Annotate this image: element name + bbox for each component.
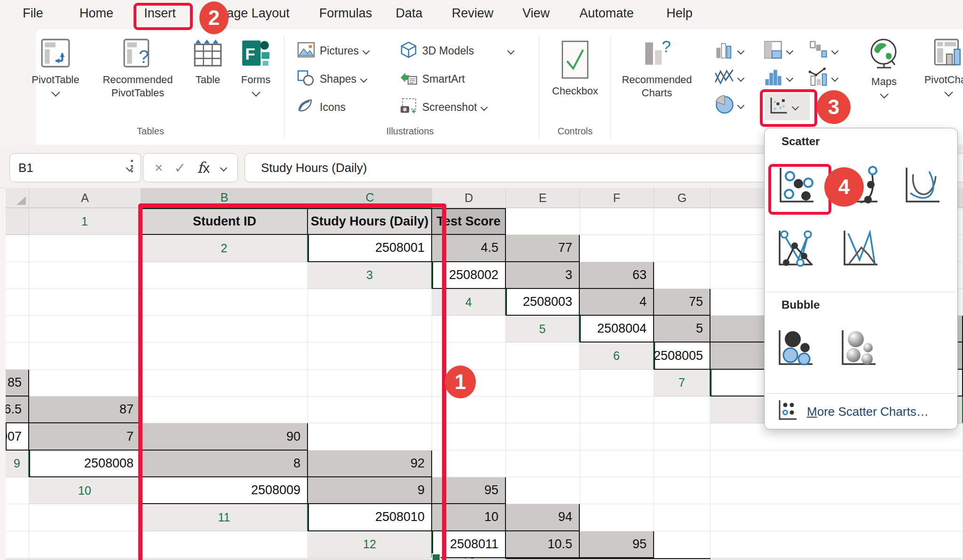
cell-empty[interactable] <box>710 451 963 477</box>
tab-formulas[interactable]: Formulas <box>319 6 372 21</box>
bubble-3d-option[interactable] <box>837 327 880 370</box>
cell-C12[interactable]: 95 <box>580 531 654 558</box>
tab-review[interactable]: Review <box>452 6 494 21</box>
cell-empty[interactable] <box>141 262 308 289</box>
cell-A12[interactable]: 2508011 <box>432 531 506 558</box>
cell-empty[interactable] <box>710 477 963 504</box>
cell-empty[interactable] <box>141 289 308 316</box>
row-header-3[interactable]: 3 <box>308 262 432 289</box>
tab-insert[interactable]: Insert <box>144 6 176 21</box>
row-header-10[interactable]: 10 <box>29 477 141 504</box>
enter-check-icon[interactable]: ✓ <box>174 160 186 176</box>
cell-empty[interactable] <box>654 235 710 262</box>
cell-empty[interactable] <box>580 477 654 504</box>
icons-button[interactable]: Icons <box>297 97 346 117</box>
cell-empty[interactable] <box>654 208 710 235</box>
cell-empty[interactable] <box>710 559 963 560</box>
cell-empty[interactable] <box>6 342 29 369</box>
cell-B9[interactable]: 8 <box>141 451 308 477</box>
cell-empty[interactable] <box>432 451 506 477</box>
row-header-2[interactable]: 2 <box>141 235 308 262</box>
chevron-down-icon[interactable] <box>220 164 228 171</box>
insert-function-icon[interactable]: fx <box>197 159 210 177</box>
cell-empty[interactable] <box>654 504 710 531</box>
bubble-option[interactable] <box>774 327 817 370</box>
column-header-D[interactable]: D <box>432 188 506 208</box>
cell-empty[interactable] <box>654 397 710 423</box>
shapes-button[interactable]: Shapes <box>297 69 366 89</box>
cell-empty[interactable] <box>29 370 141 397</box>
cell-empty[interactable] <box>654 531 710 558</box>
tab-data[interactable]: Data <box>395 6 422 21</box>
row-header-11[interactable]: 11 <box>141 504 308 531</box>
fill-handle[interactable] <box>432 553 441 560</box>
cell-empty[interactable] <box>580 370 654 397</box>
checkbox-button[interactable]: Checkbox <box>546 39 604 98</box>
row-header-5[interactable]: 5 <box>506 316 580 342</box>
recommended-pivottables-button[interactable]: ? Recommended PivotTables <box>89 38 186 100</box>
column-header-G[interactable]: G <box>654 188 710 208</box>
insert-pie-chart-button[interactable] <box>714 93 751 117</box>
cell-empty[interactable] <box>432 423 506 450</box>
cell-empty[interactable] <box>308 289 432 316</box>
cell-B1[interactable]: Study Hours (Daily) <box>308 208 432 235</box>
smartart-button[interactable]: SmartArt <box>400 69 465 89</box>
insert-statistic-chart-button[interactable] <box>763 66 800 90</box>
tab-view[interactable]: View <box>522 6 550 21</box>
cell-B10[interactable]: 9 <box>308 477 432 504</box>
cell-empty[interactable] <box>29 262 141 289</box>
cell-empty[interactable] <box>141 316 308 342</box>
row-header-9[interactable]: 9 <box>6 451 29 477</box>
scatter-smooth-lines-option[interactable] <box>901 164 944 207</box>
cell-B11[interactable]: 10 <box>432 504 506 531</box>
row-header-7[interactable]: 7 <box>654 370 710 397</box>
cell-B3[interactable]: 3 <box>506 262 580 289</box>
tab-help[interactable]: Help <box>666 6 693 21</box>
cell-A2[interactable]: 2508001 <box>308 235 432 262</box>
column-header-B[interactable]: B <box>141 188 308 208</box>
cell-empty[interactable] <box>141 397 308 423</box>
cell-B2[interactable]: 4.5 <box>432 235 506 262</box>
cell-empty[interactable] <box>432 397 506 423</box>
cell-empty[interactable] <box>506 342 580 369</box>
cell-B12[interactable]: 10.5 <box>506 531 580 558</box>
drag-handle-dots-icon[interactable] <box>131 160 133 172</box>
cell-A9[interactable]: 2508008 <box>29 451 141 477</box>
cell-C7[interactable]: 87 <box>29 397 141 423</box>
tab-page-layout[interactable]: Page Layout <box>218 6 290 21</box>
insert-combo-chart-button[interactable] <box>808 66 845 90</box>
scatter-option[interactable] <box>774 164 817 207</box>
cell-A8[interactable]: 2508007 <box>6 423 29 450</box>
cell-empty[interactable] <box>141 370 308 397</box>
cell-C11[interactable]: 94 <box>506 504 580 531</box>
column-header-E[interactable]: E <box>506 188 580 208</box>
cell-empty[interactable] <box>6 289 29 316</box>
cell-B4[interactable]: 4 <box>580 289 654 316</box>
cell-empty[interactable] <box>29 342 141 369</box>
scatter-straight-markers-option[interactable] <box>774 227 817 270</box>
cell-C8[interactable]: 90 <box>141 423 308 450</box>
cell-C2[interactable]: 77 <box>506 235 580 262</box>
table-button[interactable]: Table <box>184 38 231 86</box>
column-header-C[interactable]: C <box>308 188 432 208</box>
cell-empty[interactable] <box>506 208 580 235</box>
name-box[interactable]: B1 <box>9 153 141 182</box>
cell-empty[interactable] <box>580 559 654 560</box>
cell-empty[interactable] <box>580 235 654 262</box>
insert-line-chart-button[interactable] <box>714 66 751 90</box>
cell-C3[interactable]: 63 <box>580 262 654 289</box>
cell-empty[interactable] <box>6 316 29 342</box>
cell-empty[interactable] <box>710 504 963 531</box>
cell-B7[interactable]: 6.5 <box>6 397 29 423</box>
cell-empty[interactable] <box>432 316 506 342</box>
cell-A1[interactable]: Student ID <box>141 208 308 235</box>
insert-hierarchy-chart-button[interactable] <box>763 39 800 63</box>
cell-empty[interactable] <box>308 342 432 369</box>
cell-empty[interactable] <box>308 370 432 397</box>
scatter-smooth-markers-option[interactable] <box>839 164 882 207</box>
cell-empty[interactable] <box>6 477 29 504</box>
cell-empty[interactable] <box>580 423 654 450</box>
cell-empty[interactable] <box>29 531 141 558</box>
cell-empty[interactable] <box>6 531 29 558</box>
cell-empty[interactable] <box>506 370 580 397</box>
